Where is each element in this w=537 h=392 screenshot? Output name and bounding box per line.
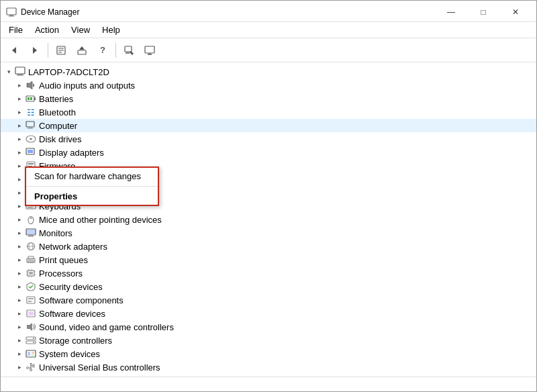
menu-file[interactable]: File: [3, 23, 28, 36]
close-button[interactable]: ✕: [500, 3, 531, 21]
audio-label: Audio inputs and outputs: [39, 81, 135, 91]
svg-marker-20: [27, 81, 32, 89]
tree-item-disk[interactable]: Disk drives: [1, 132, 536, 146]
print-chevron: [14, 254, 25, 265]
mice-label: Mice and other pointing devices: [39, 215, 162, 225]
main-content: LAPTOP-7ADCLT2D Audio inputs and outputs: [1, 62, 536, 377]
tree-item-monitors[interactable]: Monitors: [1, 226, 536, 240]
batteries-icon: [25, 93, 37, 104]
update-driver-button[interactable]: [72, 41, 91, 60]
display-button[interactable]: [140, 41, 159, 60]
back-button[interactable]: [5, 41, 23, 60]
title-bar-controls: — □ ✕: [436, 3, 531, 21]
tree-item-sound[interactable]: Sound, video and game controllers: [1, 320, 536, 334]
menu-action[interactable]: Action: [30, 23, 64, 36]
audio-icon: [25, 80, 37, 91]
toolbar: ?: [1, 38, 536, 62]
toolbar-sep-1: [48, 43, 48, 58]
processors-icon: [25, 268, 37, 279]
svg-marker-10: [79, 46, 85, 50]
display-icon: [144, 45, 155, 56]
tree-item-security[interactable]: Security devices: [1, 280, 536, 293]
svg-rect-17: [15, 67, 25, 74]
tree-item-storage[interactable]: Storage controllers: [1, 334, 536, 347]
context-scan-hardware[interactable]: Scan for hardware changes: [26, 168, 158, 185]
sw-components-chevron: [14, 295, 25, 305]
usb-chevron: [14, 362, 25, 373]
sw-devices-label: Software devices: [39, 309, 105, 319]
title-bar-left: Device Manager: [6, 7, 79, 17]
svg-rect-66: [29, 272, 33, 275]
tree-item-usb[interactable]: Universal Serial Bus controllers: [1, 360, 536, 374]
security-chevron: [14, 281, 25, 292]
context-menu: Scan for hardware changes Properties: [25, 166, 159, 206]
svg-rect-0: [7, 8, 16, 15]
svg-rect-11: [125, 46, 132, 52]
back-icon: [9, 46, 19, 55]
svg-rect-75: [27, 297, 35, 303]
sw-components-label: Software components: [39, 295, 124, 305]
svg-point-83: [33, 338, 34, 339]
display-adapters-chevron: [14, 147, 25, 158]
scan-button[interactable]: [119, 41, 138, 60]
device-manager-window: Device Manager — □ ✕ File Action View He…: [0, 0, 537, 392]
tree-panel[interactable]: LAPTOP-7ADCLT2D Audio inputs and outputs: [1, 62, 536, 377]
tree-item-bluetooth[interactable]: ☷ Bluetooth: [1, 105, 536, 119]
tree-item-batteries[interactable]: Batteries: [1, 92, 536, 105]
tree-item-print[interactable]: Print queues: [1, 253, 536, 266]
menu-view[interactable]: View: [66, 23, 95, 36]
sound-label: Sound, video and game controllers: [39, 322, 174, 332]
storage-label: Storage controllers: [39, 336, 112, 346]
tree-item-computer[interactable]: Computer: [1, 119, 536, 132]
print-label: Print queues: [39, 255, 88, 265]
minimize-button[interactable]: —: [436, 3, 467, 21]
monitors-icon: [25, 228, 37, 238]
svg-marker-3: [12, 47, 16, 54]
maximize-button[interactable]: □: [468, 3, 499, 21]
svg-rect-32: [28, 150, 33, 153]
mice-icon: [25, 214, 37, 225]
tree-item-processors[interactable]: Processors: [1, 266, 536, 280]
processors-label: Processors: [39, 268, 83, 279]
network-chevron: [14, 241, 25, 252]
svg-rect-9: [78, 50, 86, 54]
app-icon: [6, 7, 17, 17]
system-icon: [25, 348, 37, 359]
tree-item-display[interactable]: Display adapters: [1, 146, 536, 159]
batteries-label: Batteries: [39, 94, 73, 104]
svg-rect-34: [28, 163, 34, 164]
system-chevron: [14, 348, 25, 359]
svg-rect-77: [28, 301, 32, 302]
computer-chevron: [14, 120, 25, 131]
svg-marker-80: [27, 323, 32, 331]
context-properties[interactable]: Properties: [26, 188, 158, 205]
svg-point-30: [30, 138, 32, 140]
svg-rect-23: [28, 97, 30, 100]
help-button[interactable]: ?: [93, 41, 112, 60]
menu-bar: File Action View Help: [1, 22, 536, 38]
svg-rect-24: [30, 97, 32, 100]
svg-rect-86: [28, 352, 30, 356]
sw-components-icon: [25, 295, 37, 305]
tree-item-sw-devices[interactable]: Software devices: [1, 307, 536, 320]
properties-button[interactable]: [52, 41, 70, 60]
tree-item-audio[interactable]: Audio inputs and outputs: [1, 79, 536, 92]
bluetooth-icon: ☷: [25, 107, 37, 117]
tree-item-system[interactable]: System devices: [1, 347, 536, 360]
tree-item-network[interactable]: Network adapters: [1, 240, 536, 253]
svg-marker-90: [30, 363, 32, 365]
network-label: Network adapters: [39, 242, 107, 252]
tree-item-mice[interactable]: Mice and other pointing devices: [1, 213, 536, 226]
toolbar-sep-2: [115, 43, 116, 58]
title-bar: Device Manager — □ ✕: [1, 1, 536, 22]
network-icon: [25, 241, 37, 252]
tree-item-sw-components[interactable]: Software components: [1, 293, 536, 307]
context-menu-overlay: Scan for hardware changes Properties: [25, 166, 159, 206]
svg-rect-88: [32, 354, 34, 356]
disk-chevron: [14, 134, 25, 144]
tree-root[interactable]: LAPTOP-7ADCLT2D: [1, 65, 536, 79]
svg-rect-76: [28, 298, 34, 299]
monitors-chevron: [14, 228, 25, 238]
forward-button[interactable]: [26, 41, 44, 60]
menu-help[interactable]: Help: [97, 23, 126, 36]
